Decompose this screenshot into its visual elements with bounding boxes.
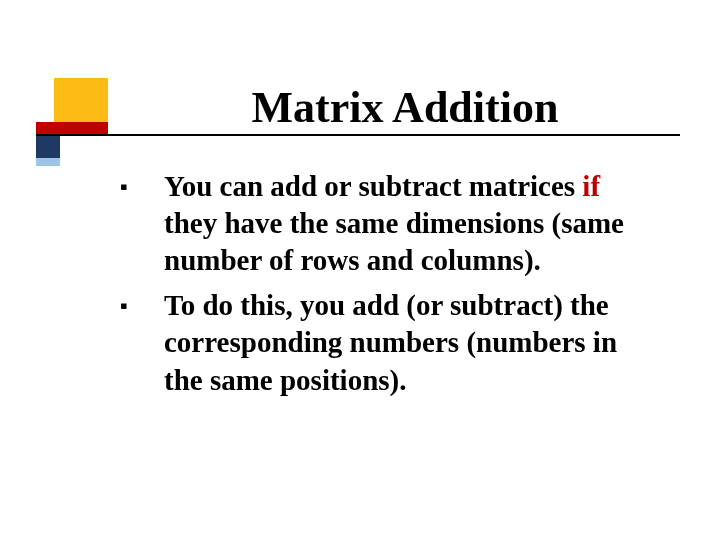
accent-square-darkblue [36,134,60,158]
text-run: You can add or subtract matrices [164,170,582,202]
title-underline [36,134,680,136]
accent-bar-red [36,122,108,134]
bullet-icon: ▪ [120,287,164,398]
slide-accent-graphic [36,78,126,168]
slide-title: Matrix Addition [130,82,680,133]
text-run: they have the same dimensions (same numb… [164,207,624,276]
list-item: ▪ You can add or subtract matrices if th… [120,168,656,279]
text-run-emphasis: if [582,170,600,202]
list-item-text: You can add or subtract matrices if they… [164,168,656,279]
bullet-list: ▪ You can add or subtract matrices if th… [120,168,656,407]
title-container: Matrix Addition [130,82,680,133]
bullet-icon: ▪ [120,168,164,279]
list-item-text: To do this, you add (or subtract) the co… [164,287,656,398]
text-run: To do this, you add (or subtract) the co… [164,289,617,395]
accent-bar-lightblue [36,158,60,166]
list-item: ▪ To do this, you add (or subtract) the … [120,287,656,398]
